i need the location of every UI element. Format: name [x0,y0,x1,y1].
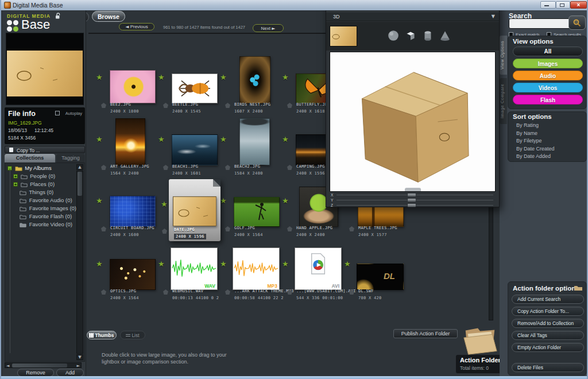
tag-icon[interactable] [163,165,168,170]
sort-by-rating[interactable]: By Rating [516,122,539,128]
filter-audio-button[interactable]: Audio [513,71,583,80]
media-card[interactable]: ★ CIRCUIT BOARD.JPG 2400 X 1600 [96,178,157,239]
3d-viewport[interactable] [330,52,496,192]
tree-item-places[interactable]: + Places (0) [13,181,55,188]
rating-star-icon[interactable]: ★ [282,73,289,82]
maximize-button[interactable] [556,1,570,9]
rating-star-icon[interactable]: ★ [282,196,289,205]
rating-star-icon[interactable]: ★ [158,73,165,82]
media-card[interactable]: ★ WAV WEBMUSIC.WAV 00:00:13 44100 0 2 [158,241,219,303]
media-card[interactable]: ★ BIRDS NEST.JPG 1607 X 2400 [220,55,281,116]
media-card-selected[interactable]: ★ DATE.JPG 2400 X 1596 [169,179,220,241]
media-card[interactable]: ★ GOLF.JPG 2400 X 1564 [220,178,281,239]
rating-star-icon[interactable]: ★ [220,196,227,205]
tag-icon[interactable] [163,289,168,295]
tree-scroll-down[interactable]: ▼ [76,354,83,360]
media-card[interactable]: ★ OPTICS.JPG 2400 X 1564 [96,241,157,303]
tag-icon[interactable] [349,289,354,295]
tab-tagging[interactable]: Tagging [56,154,85,163]
previous-button[interactable]: ◄ Previous [119,23,154,30]
tree-item-people[interactable]: + People (0) [13,173,55,180]
thumbnail-avi[interactable]: AVI [295,247,342,290]
rating-star-icon[interactable]: ★ [96,260,103,268]
thumbs-view-button[interactable]: Thumbs [87,331,117,339]
autoplay-checkbox[interactable] [55,111,60,115]
close-button[interactable]: × [570,1,587,9]
tree-item-things[interactable]: Things (0) [18,189,53,196]
sort-by-filetype[interactable]: By Filetype [516,138,542,144]
publish-action-folder-button[interactable]: Publish Action Folder [393,329,458,338]
tree-scroll-up[interactable]: ▲ [76,164,83,170]
cone-shape-icon[interactable] [439,29,451,42]
filter-images-button[interactable]: Images [513,59,583,68]
hscroll-thumb[interactable] [12,363,67,368]
browse-button[interactable]: Browse [92,11,125,22]
add-current-search-button[interactable]: Add Current Search [512,295,584,304]
thumbnail-mp3[interactable]: MP3 [233,247,280,290]
sphere-shape-icon[interactable] [387,29,400,42]
tag-icon[interactable] [287,289,292,295]
media-card[interactable]: ★ BEACH1.JPG 2400 X 1601 [158,117,219,178]
window-titlebar[interactable]: Digital Media Base × [1,0,588,10]
thumbnail-beach2[interactable] [239,118,270,165]
tag-icon[interactable] [101,103,106,108]
next-button[interactable]: Next ► [253,24,284,32]
y-slider-thumb[interactable] [407,198,416,202]
rating-star-icon[interactable]: ★ [96,73,103,82]
remove-button[interactable]: Remove [17,369,54,377]
clear-all-tags-button[interactable]: Clear All Tags [512,331,584,340]
media-card[interactable]: ★ ART GALLERY.JPG 1564 X 2400 [96,117,157,178]
tag-icon[interactable] [287,226,292,231]
thumbnail-golf[interactable] [234,197,280,227]
hscroll-left-arrow[interactable]: ◄ [6,363,9,369]
media-card[interactable]: ★ DL DL.SWF 780 X 420 [344,241,405,303]
thumbnail-circuit-board[interactable] [110,196,156,227]
thumbnail-beach1[interactable] [172,134,218,165]
media-card[interactable]: ★ BEE2.JPG 2400 X 1800 [96,55,157,116]
tree-item-favorite-flash[interactable]: Favorite Flash (0) [18,213,72,221]
tag-icon[interactable] [225,289,230,295]
tree-item-favorite-images[interactable]: Favorite Images (0) [18,205,76,212]
minimize-button[interactable] [540,1,556,9]
rating-star-icon[interactable]: ★ [220,135,227,144]
rating-star-icon[interactable]: ★ [220,73,227,82]
search-button[interactable] [568,16,586,30]
empty-action-folder-button[interactable]: Empty Action Folder [512,343,584,352]
thumbnail-beetle[interactable] [172,74,218,103]
3d-dropdown-icon[interactable]: ▼ [492,14,495,19]
z-slider-thumb[interactable] [407,203,416,207]
tag-icon[interactable] [225,165,230,170]
media-card[interactable]: ★ MP3 ...ARK ATTACK THEME.MP3 00:00:58 4… [220,241,281,303]
media-card[interactable]: ★ BEETLE.JPG 2400 X 1545 [158,55,219,116]
rating-star-icon[interactable]: ★ [282,260,289,268]
tag-icon[interactable] [225,226,230,231]
tree-root[interactable]: - My Albums [7,165,52,172]
thumbnail-webmusic-wav[interactable]: WAV [171,247,218,290]
sort-by-name[interactable]: By Name [516,130,537,136]
tag-icon[interactable] [162,229,167,234]
action-folder-icon[interactable] [460,322,500,357]
rating-star-icon[interactable]: ★ [220,260,227,268]
media-card[interactable]: ★ AVI ...[WWW.USABIT.COM].AVI 544 X 336 … [282,241,343,303]
preview-image[interactable] [7,51,83,96]
rating-star-icon[interactable]: ★ [344,260,351,268]
tag-icon[interactable] [101,165,106,170]
copy-action-folder-button[interactable]: Copy Action Folder To... [512,307,584,316]
tag-icon[interactable] [225,103,230,108]
tab-image-compare[interactable]: Image Compare [500,78,507,124]
hscroll-right-arrow[interactable]: ► [77,363,80,369]
thumbnail-dl-swf[interactable]: DL [357,264,404,290]
thumbnail-bee2[interactable] [110,70,156,103]
delete-files-button[interactable]: Delete Files [512,363,584,372]
cube-shape-icon[interactable] [404,29,417,42]
thumbnail-birds-nest[interactable] [239,56,270,103]
thumbnail-date[interactable] [173,196,216,226]
tag-icon[interactable] [349,226,354,231]
tree-scroll-thumb[interactable] [78,172,82,196]
x-slider-thumb[interactable] [407,193,416,197]
3d-texture-thumbnail[interactable] [330,26,357,47]
tag-icon[interactable] [163,103,168,108]
thumbnail-optics[interactable] [110,259,156,290]
viewport-resize-handle[interactable] [405,188,421,191]
thumbnail-art-gallery[interactable] [115,118,145,165]
